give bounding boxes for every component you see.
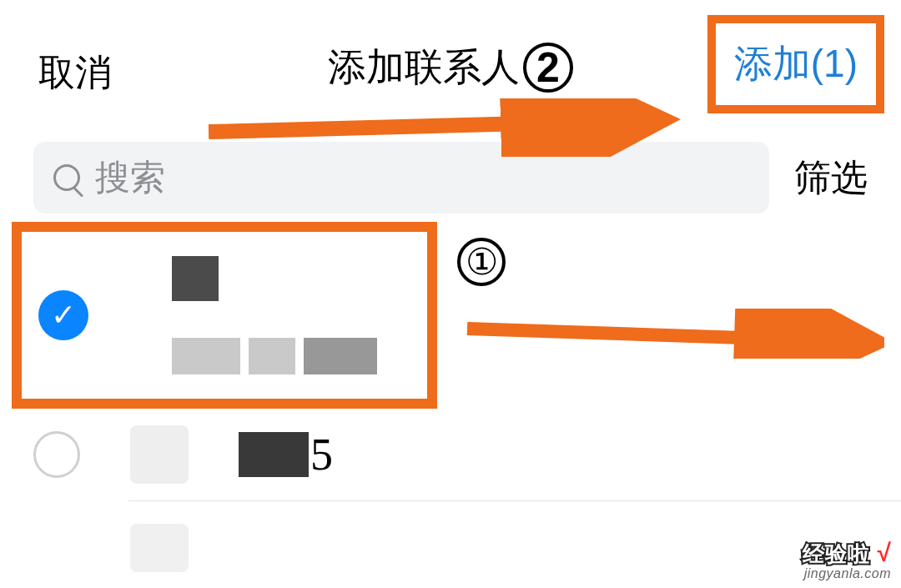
contact-2-avatar [130, 425, 189, 484]
watermark-url: jingyanla.com [803, 566, 891, 581]
contact-row-2[interactable]: 5 [33, 425, 868, 484]
contact-row-3[interactable] [130, 524, 189, 572]
search-icon [53, 164, 80, 191]
contact-1-redacted [172, 256, 377, 374]
add-button-highlight: 添加(1) [707, 15, 884, 113]
check-icon: ✓ [51, 300, 76, 330]
search-placeholder: 搜索 [95, 154, 165, 201]
contact-2-redacted [239, 432, 309, 477]
add-button[interactable]: 添加(1) [734, 42, 858, 85]
svg-line-1 [467, 329, 868, 342]
page-title: 添加联系人 2 [328, 42, 573, 93]
watermark-brand: 经验啦 [803, 542, 870, 566]
contact-3-avatar [130, 524, 189, 572]
contact-2-checkbox[interactable] [33, 431, 80, 478]
annotation-arrow-to-add [209, 98, 684, 157]
add-label: 添加 [734, 42, 811, 85]
title-text: 添加联系人 [328, 42, 520, 93]
contact-1-checkbox[interactable]: ✓ [38, 290, 88, 340]
contact-row-1-highlight: ✓ [12, 222, 437, 409]
filter-button[interactable]: 筛选 [794, 153, 868, 203]
step-2-badge: 2 [523, 43, 573, 93]
header: 取消 添加联系人 2 添加(1) [0, 0, 901, 100]
watermark: 经验啦 √ jingyanla.com [803, 539, 891, 581]
divider [128, 500, 901, 501]
add-count: (1) [811, 42, 858, 85]
annotation-arrow-to-contact [450, 309, 884, 359]
watermark-check-icon: √ [878, 539, 891, 566]
svg-line-0 [209, 120, 651, 132]
cancel-button[interactable]: 取消 [38, 48, 112, 98]
step-1-badge: ① [457, 238, 506, 286]
contact-2-suffix: 5 [310, 429, 333, 480]
